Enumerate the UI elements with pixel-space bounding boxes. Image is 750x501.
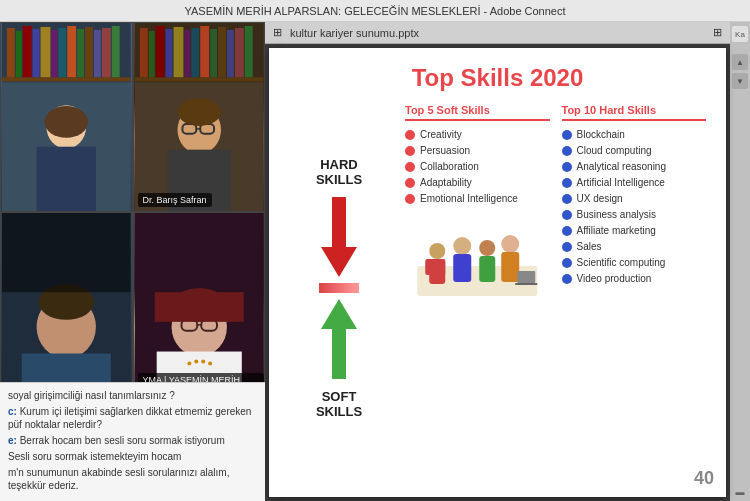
soft-skill-2: Persuasion — [405, 145, 550, 156]
hard-dot-10 — [562, 274, 572, 284]
sidebar-btn-1[interactable]: ▲ — [732, 54, 748, 70]
skill-dot-1 — [405, 130, 415, 140]
svg-rect-3 — [16, 31, 22, 78]
svg-point-58 — [201, 359, 205, 363]
svg-point-57 — [194, 359, 198, 363]
svg-rect-14 — [112, 26, 120, 77]
person1-avatar — [1, 23, 132, 211]
video-grid: Dr. Barış Safran — [0, 22, 265, 402]
svg-rect-32 — [234, 28, 243, 77]
expand-icon-right[interactable]: ⊞ — [713, 26, 722, 39]
chat-line-5: m'n sunumunun akabinde sesli sorularınız… — [8, 466, 257, 492]
svg-rect-63 — [425, 259, 433, 275]
skill-dot-2 — [405, 146, 415, 156]
soft-skill-label-1: Creativity — [420, 129, 462, 140]
soft-skill-1: Creativity — [405, 129, 550, 140]
person3-avatar — [1, 213, 132, 401]
name-tag-person2: Dr. Barış Safran — [138, 193, 212, 207]
chat-text-4: Sesli soru sormak istemekteyim hocam — [8, 451, 181, 462]
svg-rect-22 — [148, 31, 154, 78]
svg-rect-12 — [94, 30, 101, 77]
up-arrow-body — [332, 329, 346, 379]
hard-dot-1 — [562, 130, 572, 140]
svg-rect-11 — [85, 27, 93, 77]
svg-rect-26 — [184, 30, 190, 77]
divider-line — [319, 283, 359, 293]
svg-rect-4 — [23, 26, 32, 77]
sidebar-scroll-handle[interactable]: ▬ — [736, 487, 745, 497]
hard-skill-4: Artificial Intelligence — [562, 177, 707, 188]
chat-line-2: c: Kurum içi iletişimi sağlarken dikkat … — [8, 405, 257, 431]
chat-text-3: Berrak hocam ben sesli soru sormak istiy… — [20, 435, 225, 446]
svg-rect-46 — [2, 213, 131, 292]
video-cell-topright: Dr. Barış Safran — [133, 22, 266, 212]
hard-skill-6: Business analysis — [562, 209, 707, 220]
hard-skill-9: Scientific computing — [562, 257, 707, 268]
slide-body: HARDSKILLS SOFTSKILLS — [289, 104, 706, 471]
svg-rect-71 — [517, 271, 535, 283]
soft-skill-label-2: Persuasion — [420, 145, 470, 156]
skill-dot-4 — [405, 178, 415, 188]
svg-point-69 — [501, 235, 519, 253]
hard-skill-10: Video production — [562, 273, 707, 284]
hard-skill-label-4: Artificial Intelligence — [577, 177, 665, 188]
hard-skill-label-10: Video production — [577, 273, 652, 284]
chat-text-1: soyal girişimciliği nasıl tanımlarsınız … — [8, 390, 175, 401]
svg-rect-29 — [210, 29, 217, 77]
soft-skill-label-3: Collaboration — [420, 161, 479, 172]
svg-rect-7 — [51, 30, 57, 77]
hard-dot-7 — [562, 226, 572, 236]
svg-rect-21 — [139, 28, 147, 77]
soft-skill-5: Emotional Intelligence — [405, 193, 550, 204]
soft-skill-4: Adaptability — [405, 177, 550, 188]
svg-rect-6 — [41, 27, 51, 77]
svg-rect-72 — [515, 283, 537, 285]
slide-content: Top Skills 2020 HARDSKILLS — [269, 48, 726, 497]
soft-skills-label: SOFTSKILLS — [316, 389, 362, 419]
slide-number: 40 — [694, 468, 714, 489]
hard-dot-3 — [562, 162, 572, 172]
svg-rect-17 — [37, 147, 96, 211]
svg-rect-27 — [191, 28, 199, 77]
sidebar-btn-ka[interactable]: Ka — [732, 26, 748, 42]
svg-rect-34 — [134, 77, 263, 81]
right-area: ⊞ kultur kariyer sunumu.pptx ⊞ Top Skill… — [265, 22, 730, 501]
up-arrow-container — [321, 299, 357, 379]
hard-skill-1: Blockchain — [562, 129, 707, 140]
svg-rect-9 — [67, 26, 76, 77]
skills-diagram: HARDSKILLS SOFTSKILLS — [289, 104, 389, 471]
svg-rect-5 — [33, 29, 40, 77]
svg-point-56 — [187, 361, 191, 365]
title-text: YASEMİN MERİH ALPARSLAN: GELECEĞİN MESLE… — [184, 5, 565, 17]
up-arrow-head — [321, 299, 357, 329]
hard-skill-label-9: Scientific computing — [577, 257, 666, 268]
expand-icon-left[interactable]: ⊞ — [273, 26, 282, 39]
svg-rect-23 — [155, 26, 164, 77]
video-cell-bottomleft — [0, 212, 133, 402]
svg-rect-10 — [77, 29, 84, 77]
sidebar-btn-2[interactable]: ▼ — [732, 73, 748, 89]
video-cell-bottomright: YMA | YASEMİN MERİH ALPARSLAN — [133, 212, 266, 402]
svg-point-67 — [479, 240, 495, 256]
chat-text-5: m'n sunumunun akabinde sesli sorularınız… — [8, 467, 229, 491]
soft-skill-label-5: Emotional Intelligence — [420, 193, 518, 204]
svg-rect-54 — [154, 292, 243, 322]
hard-skill-label-6: Business analysis — [577, 209, 656, 220]
soft-skill-3: Collaboration — [405, 161, 550, 172]
people-illustration — [405, 216, 550, 296]
hard-column-title: Top 10 Hard Skills — [562, 104, 707, 121]
chat-line-4: Sesli soru sormak istemekteyim hocam — [8, 450, 257, 463]
hard-skill-label-5: UX design — [577, 193, 623, 204]
skills-columns: Top 5 Soft Skills Creativity Persuasion — [405, 104, 706, 471]
chat-line-3: e: Berrak hocam ben sesli soru sormak is… — [8, 434, 257, 447]
svg-rect-68 — [479, 256, 495, 282]
hard-skill-7: Affiliate marketing — [562, 225, 707, 236]
hard-skill-label-2: Cloud computing — [577, 145, 652, 156]
hard-dot-9 — [562, 258, 572, 268]
hard-skills-column: Top 10 Hard Skills Blockchain Cloud comp… — [562, 104, 707, 471]
skill-dot-3 — [405, 162, 415, 172]
svg-rect-2 — [7, 28, 15, 77]
soft-skills-column: Top 5 Soft Skills Creativity Persuasion — [405, 104, 550, 471]
slide-toolbar: ⊞ kultur kariyer sunumu.pptx ⊞ — [265, 22, 730, 44]
chat-line-1: soyal girişimciliği nasıl tanımlarsınız … — [8, 389, 257, 402]
